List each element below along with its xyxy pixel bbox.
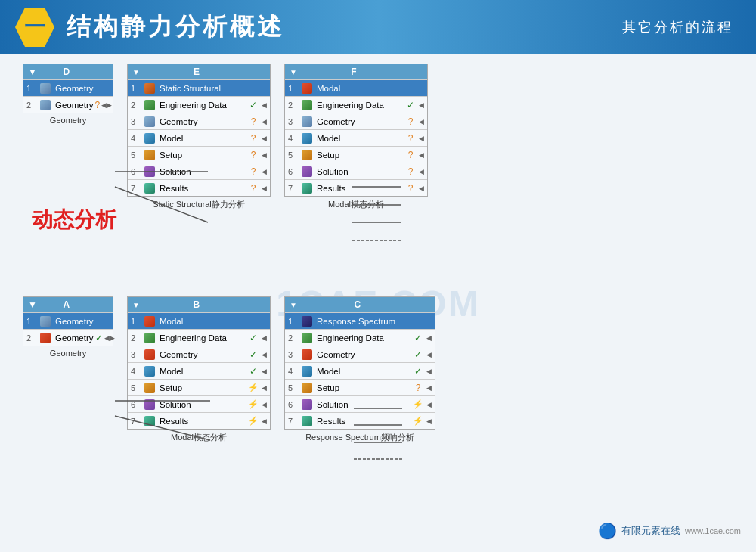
geo-icon-e3 [143,116,156,128]
modal-icon-f1 [300,82,314,95]
box-b-title: ▼ B [128,297,270,312]
top-analysis-section: ▼ D 1 Geometry 2 Geometry ? ◀▶ Geometry [23,64,428,210]
box-e: ▼ E 1 Static Structural 2 Engineering Da… [127,64,271,197]
dynamic-analysis-label: 动态分析 [32,206,116,234]
model-icon-f4 [300,132,314,144]
box-b-row-3: 3 Geometry ✓ ◀ [128,346,270,362]
box-b-row-4: 4 Model ✓ ◀ [128,362,270,379]
box-a-row-2: 2 Geometry ✓ ◀▶ [23,329,113,346]
box-e-wrapper: ▼ E 1 Static Structural 2 Engineering Da… [127,64,271,210]
box-d-letter: D [64,67,70,77]
box-f-row-1: 1 Modal [285,79,427,96]
box-b-caption: Modal模态分析 [171,432,227,443]
box-d-row-2: 2 Geometry ? ◀▶ [23,96,113,113]
box-e-caption: Static Structural静力分析 [153,199,245,210]
eng-icon-c2 [300,332,314,344]
page-title: 结构静力分析概述 [67,11,284,44]
box-f-row-5: 5 Setup ? ◀ [285,146,427,163]
modal-icon-c3 [300,349,314,361]
box-c-wrapper: ▼ C 1 Response Spectrum 2 Engineering Da… [284,296,435,443]
setup-icon-e5 [143,149,156,161]
page-header: 一 结构静力分析概述 其它分析的流程 [0,0,756,54]
box-b-row-2: 2 Engineering Data ✓ ◀ [128,329,270,346]
box-a-wrapper: ▼ A 1 Geometry 2 Geometry ✓ ◀▶ Geometry [23,296,113,358]
box-e-row-6: 6 Solution ? ◀ [128,163,270,179]
footer: 🔵 有限元素在线 www.1cae.com [598,522,741,540]
setup-icon-c5 [300,382,314,394]
box-c-row-2: 2 Engineering Data ✓ ◀ [285,329,435,346]
box-c-row-6: 6 Solution ⚡ ◀ [285,395,435,412]
box-f-row-4: 4 Model ? ◀ [285,129,427,146]
box-b-letter: B [194,299,200,310]
box-b-row-1: 1 Modal [128,312,270,329]
model-icon-b4 [143,365,156,377]
model-icon-c4 [300,365,314,377]
box-a-title: ▼ A [23,297,113,312]
geo-icon-a1 [39,315,52,327]
box-e-row-4: 4 Model ? ◀ [128,129,270,146]
box-e-row-1: 1 Static Structural [128,79,270,96]
box-c-letter: C [355,299,361,310]
setup-icon-b5 [143,382,156,394]
header-subtitle: 其它分析的流程 [622,18,733,36]
box-b-row-5: 5 Setup ⚡ ◀ [128,379,270,395]
box-e-row-2: 2 Engineering Data ✓ ◀ [128,96,270,113]
box-e-letter: E [194,67,200,77]
setup-icon-f5 [300,149,314,161]
box-b-row-7: 7 Results ⚡ ◀ [128,412,270,429]
box-f-caption: Modal模态分析 [328,199,384,210]
resp-icon-c1 [300,315,314,327]
box-f: ▼ F 1 Modal 2 Engineering Data ✓ ◀ [284,64,428,197]
box-c-row-5: 5 Setup ? ◀ [285,379,435,395]
footer-url: www.1cae.com [685,526,741,535]
box-c-title: ▼ C [285,297,435,312]
box-a-letter: A [64,299,70,310]
modal-icon-b3 [143,349,156,361]
solution-icon-c6 [300,398,314,411]
box-c: ▼ C 1 Response Spectrum 2 Engineering Da… [284,296,435,430]
geo-icon-d1 [39,82,52,95]
box-a-caption: Geometry [50,349,86,358]
box-c-row-3: 3 Geometry ✓ ◀ [285,346,435,362]
solution-icon-b6 [143,398,156,411]
box-e-row-3: 3 Geometry ? ◀ [128,113,270,129]
box-e-row-5: 5 Setup ? ◀ [128,146,270,163]
bottom-analysis-section: ▼ A 1 Geometry 2 Geometry ✓ ◀▶ Geometry [23,296,435,443]
box-d-row-1: 1 Geometry [23,79,113,96]
solution-icon-f6 [300,166,314,178]
results-icon-c7 [300,415,314,427]
box-c-caption: Response Spectrum频响分析 [305,432,414,443]
box-a-row-1: 1 Geometry [23,312,113,329]
box-b-row-6: 6 Solution ⚡ ◀ [128,395,270,412]
box-d-wrapper: ▼ D 1 Geometry 2 Geometry ? ◀▶ Geometry [23,64,113,125]
results-icon-e7 [143,182,156,194]
box-e-row-7: 7 Results ? ◀ [128,179,270,196]
box-f-letter: F [351,67,356,77]
header-hexagon: 一 [15,8,54,47]
static-icon-e1 [143,82,156,95]
hexagon-label: 一 [24,13,45,42]
box-a: ▼ A 1 Geometry 2 Geometry ✓ ◀▶ [23,296,113,346]
box-b: ▼ B 1 Modal 2 Engineering Data ✓ ◀ [127,296,271,430]
box-f-wrapper: ▼ F 1 Modal 2 Engineering Data ✓ ◀ [284,64,428,210]
box-f-row-6: 6 Solution ? ◀ [285,163,427,179]
results-icon-b7 [143,415,156,427]
box-f-row-3: 3 Geometry ? ◀ [285,113,427,129]
modal-icon-b1 [143,315,156,327]
box-f-title: ▼ F [285,64,427,79]
footer-text: 有限元素在线 [621,524,680,538]
box-f-row-7: 7 Results ? ◀ [285,179,427,196]
box-d-arrow: ▼ [28,67,37,77]
box-d-title: ▼ D [23,64,113,79]
box-d: ▼ D 1 Geometry 2 Geometry ? ◀▶ [23,64,113,113]
geo-icon-f3 [300,116,314,128]
box-b-wrapper: ▼ B 1 Modal 2 Engineering Data ✓ ◀ [127,296,271,443]
solution-icon-e6 [143,166,156,178]
box-f-row-2: 2 Engineering Data ✓ ◀ [285,96,427,113]
box-d-caption: Geometry [50,116,86,125]
box-e-title: ▼ E [128,64,270,79]
geo-icon-d2 [39,99,52,111]
box-c-row-4: 4 Model ✓ ◀ [285,362,435,379]
modal-icon-a2 [39,332,52,344]
main-content: 1CAE.COM 动态分析 [0,54,756,552]
